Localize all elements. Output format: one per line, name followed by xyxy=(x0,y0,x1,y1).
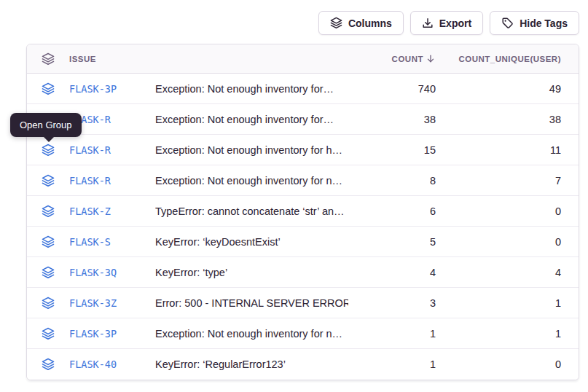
open-group-stack-icon[interactable] xyxy=(42,235,55,248)
count-unique-value: 1 xyxy=(436,297,561,309)
columns-button-label: Columns xyxy=(348,17,392,29)
issue-id-cell: FLASK-3Z xyxy=(69,297,155,310)
hide-tags-button-label: Hide Tags xyxy=(520,17,568,29)
count-unique-value: 1 xyxy=(436,328,561,340)
row-icon-cell xyxy=(27,235,69,248)
count-unique-value: 11 xyxy=(436,144,561,156)
issue-link[interactable]: FLASK-Z xyxy=(69,205,111,217)
issue-title: Exception: Not enough inventory for h… xyxy=(155,144,348,156)
issue-id-cell: FLASK-3P xyxy=(69,327,155,340)
count-value: 38 xyxy=(348,114,436,125)
column-header-count[interactable]: COUNT xyxy=(348,53,436,64)
issue-id-cell: FLASK-R xyxy=(69,174,155,187)
count-value: 8 xyxy=(348,175,436,187)
open-group-stack-icon[interactable] xyxy=(42,82,55,95)
count-unique-value: 38 xyxy=(436,114,561,125)
table-row: FLASK-3P Exception: Not enough inventory… xyxy=(27,74,579,104)
toolbar: Columns Export Hide Tags xyxy=(318,11,579,35)
issue-title: Exception: Not enough inventory for n… xyxy=(155,328,348,340)
columns-button[interactable]: Columns xyxy=(318,11,404,35)
issue-link[interactable]: FLASK-3Z xyxy=(69,297,117,309)
column-header-count-label: COUNT xyxy=(392,55,423,63)
row-icon-cell xyxy=(27,174,69,187)
count-unique-value: 7 xyxy=(436,175,561,187)
count-unique-value: 4 xyxy=(436,267,561,278)
issue-id-cell: FLASK-Z xyxy=(69,205,155,218)
issue-title: KeyError: ‘type’ xyxy=(155,267,348,278)
count-value: 5 xyxy=(348,236,436,248)
table-row: FLASK-R Exception: Not enough inventory … xyxy=(27,104,579,135)
issue-title: KeyError: ‘keyDoesntExist’ xyxy=(155,236,348,248)
count-value: 4 xyxy=(348,267,436,278)
open-group-tooltip: Open Group xyxy=(10,113,82,137)
open-group-stack-icon[interactable] xyxy=(42,205,55,218)
issue-id-cell: FLASK-40 xyxy=(69,358,155,371)
issue-id-cell: FLASK-3Q xyxy=(69,266,155,279)
table-row: FLASK-3Z Error: 500 - INTERNAL SERVER ER… xyxy=(27,288,579,318)
column-header-issue-label: ISSUE xyxy=(69,55,96,63)
issue-link[interactable]: FLASK-3Q xyxy=(69,267,117,278)
issue-link[interactable]: FLASK-3P xyxy=(69,83,117,95)
count-unique-value: 49 xyxy=(436,83,561,95)
open-group-stack-icon[interactable] xyxy=(42,327,55,340)
issue-id-cell: FLASK-R xyxy=(69,113,155,126)
column-header-count-unique-label: COUNT_UNIQUE(USER) xyxy=(458,55,561,63)
count-value: 1 xyxy=(348,328,436,340)
issue-id-cell: FLASK-R xyxy=(69,144,155,157)
issue-link[interactable]: FLASK-40 xyxy=(69,358,117,370)
table-body: FLASK-3P Exception: Not enough inventory… xyxy=(27,74,579,380)
count-value: 6 xyxy=(348,205,436,217)
table-row: FLASK-Z TypeError: cannot concatenate ‘s… xyxy=(27,196,579,227)
column-header-count-unique[interactable]: COUNT_UNIQUE(USER) xyxy=(436,55,561,63)
download-icon xyxy=(422,17,434,29)
issue-title: TypeError: cannot concatenate ‘str’ an… xyxy=(155,205,348,217)
row-icon-cell xyxy=(27,327,69,340)
tag-icon xyxy=(501,17,514,29)
table-row: FLASK-S KeyError: ‘keyDoesntExist’ 5 0 xyxy=(27,227,579,257)
column-header-issue[interactable]: ISSUE xyxy=(69,55,348,63)
open-group-stack-icon[interactable] xyxy=(42,266,55,279)
table-row: FLASK-R Exception: Not enough inventory … xyxy=(27,135,579,165)
header-stack-icon xyxy=(27,52,69,66)
issue-title: Exception: Not enough inventory for… xyxy=(155,114,348,125)
issue-id-cell: FLASK-3P xyxy=(69,82,155,95)
issue-link[interactable]: FLASK-R xyxy=(69,175,111,187)
count-value: 1 xyxy=(348,358,436,370)
table-row: FLASK-3P Exception: Not enough inventory… xyxy=(27,318,579,349)
open-group-stack-icon[interactable] xyxy=(42,297,55,310)
open-group-stack-icon[interactable] xyxy=(42,358,55,371)
results-table: ISSUE COUNT COUNT_UNIQUE(USER) FLASK-3P … xyxy=(26,44,579,380)
count-value: 740 xyxy=(348,83,436,95)
row-icon-cell xyxy=(27,205,69,218)
count-unique-value: 0 xyxy=(436,358,561,370)
row-icon-cell xyxy=(27,297,69,310)
issue-title: Exception: Not enough inventory for… xyxy=(155,83,348,95)
row-icon-cell xyxy=(27,82,69,95)
open-group-stack-icon[interactable] xyxy=(42,174,55,187)
table-row: FLASK-R Exception: Not enough inventory … xyxy=(27,165,579,196)
row-icon-cell xyxy=(27,358,69,371)
stack-icon xyxy=(330,17,342,29)
table-row: FLASK-40 KeyError: ‘RegularError123’ 1 0 xyxy=(27,349,579,380)
table-row: FLASK-3Q KeyError: ‘type’ 4 4 xyxy=(27,257,579,288)
open-group-tooltip-label: Open Group xyxy=(20,119,72,130)
issue-link[interactable]: FLASK-R xyxy=(69,144,111,156)
row-icon-cell xyxy=(27,266,69,279)
table-header: ISSUE COUNT COUNT_UNIQUE(USER) xyxy=(27,44,579,74)
hide-tags-button[interactable]: Hide Tags xyxy=(490,11,579,35)
issue-link[interactable]: FLASK-S xyxy=(69,236,111,248)
issue-title: KeyError: ‘RegularError123’ xyxy=(155,358,348,370)
count-unique-value: 0 xyxy=(436,236,561,248)
count-unique-value: 0 xyxy=(436,205,561,217)
issue-link[interactable]: FLASK-3P xyxy=(69,328,117,340)
issue-title: Error: 500 - INTERNAL SERVER ERROR xyxy=(155,297,348,309)
export-button-label: Export xyxy=(439,17,471,29)
issue-id-cell: FLASK-S xyxy=(69,235,155,248)
count-value: 15 xyxy=(348,144,436,156)
export-button[interactable]: Export xyxy=(410,11,483,35)
issue-title: Exception: Not enough inventory for n… xyxy=(155,175,348,187)
sort-desc-arrow-icon xyxy=(426,53,436,64)
count-value: 3 xyxy=(348,297,436,309)
